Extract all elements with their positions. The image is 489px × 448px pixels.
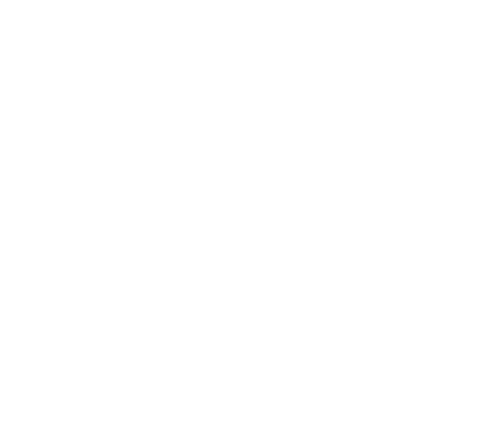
diagram [0,0,489,448]
connector-lines [0,0,489,448]
